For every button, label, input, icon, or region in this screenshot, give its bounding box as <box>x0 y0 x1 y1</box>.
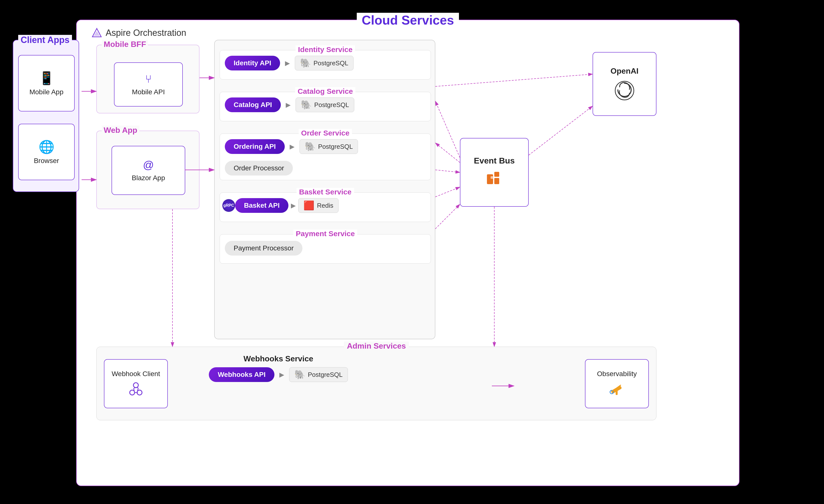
mobile-app-icon: 📱 <box>38 71 55 86</box>
browser-label: Browser <box>34 157 59 165</box>
payment-service-section: Payment Service Payment Processor <box>220 234 431 264</box>
identity-db-badge: 🐘 PostgreSQL <box>295 56 353 71</box>
svg-rect-2 <box>487 174 493 184</box>
catalog-api-pill: Catalog API <box>225 98 281 112</box>
order-service-title: Order Service <box>299 129 352 137</box>
event-bus-label: Event Bus <box>474 156 515 165</box>
catalog-db-badge: 🐘 PostgreSQL <box>296 98 354 112</box>
webhooks-service-box: Webhooks Service Webhooks API ▶ 🐘 Postgr… <box>180 354 377 411</box>
event-bus-icon <box>485 169 504 189</box>
postgres-icon-catalog: 🐘 <box>301 100 312 110</box>
browser-card: 🌐 Browser <box>18 124 75 180</box>
mobile-api-icon: ⑂ <box>145 73 151 85</box>
postgres-icon-order: 🐘 <box>305 141 316 152</box>
mobile-bff-title: Mobile BFF <box>102 40 148 49</box>
browser-icon: 🌐 <box>38 139 55 154</box>
webhooks-service-title: Webhooks Service <box>243 354 313 363</box>
grpc-badge: gRPC <box>222 199 235 212</box>
svg-line-24 <box>435 143 460 162</box>
blazor-app-label: Blazor App <box>132 174 165 182</box>
postgres-icon-webhooks: 🐘 <box>294 369 305 380</box>
observability-icon <box>608 380 625 397</box>
webhooks-arrow-icon: ▶ <box>279 371 284 379</box>
svg-line-26 <box>529 106 593 155</box>
blazor-app-card: @ Blazor App <box>112 146 185 195</box>
cloud-services-title: Cloud Services <box>357 13 459 27</box>
svg-line-21 <box>435 187 460 197</box>
services-group: Identity Service Identity API ▶ 🐘 Postgr… <box>214 40 435 339</box>
svg-point-7 <box>130 390 135 395</box>
svg-rect-5 <box>491 176 494 179</box>
catalog-service-section: Catalog Service Catalog API ▶ 🐘 PostgreS… <box>220 92 431 121</box>
basket-db-badge: 🟥 Redis <box>298 198 338 213</box>
client-apps-box: Client Apps 📱 Mobile App 🌐 Browser <box>13 40 79 192</box>
mobile-bff-box: Mobile BFF ⑂ Mobile API <box>96 45 200 113</box>
payment-service-title: Payment Service <box>293 230 357 238</box>
svg-rect-11 <box>616 390 618 395</box>
mobile-app-card: 📱 Mobile App <box>18 55 75 111</box>
ordering-api-pill: Ordering API <box>225 139 285 154</box>
identity-service-section: Identity Service Identity API ▶ 🐘 Postgr… <box>220 50 431 80</box>
catalog-service-title: Catalog Service <box>295 87 355 96</box>
svg-rect-3 <box>494 172 499 177</box>
svg-line-25 <box>435 74 593 87</box>
web-app-box: Web App @ Blazor App <box>96 131 200 209</box>
identity-api-pill: Identity API <box>225 56 280 71</box>
aspire-text: Aspire Orchestration <box>106 28 186 38</box>
order-processor-pill: Order Processor <box>225 161 293 175</box>
observability-label: Observability <box>597 370 637 378</box>
identity-service-title: Identity Service <box>296 45 355 54</box>
svg-rect-4 <box>494 178 499 184</box>
webhooks-db-badge: 🐘 PostgreSQL <box>289 367 348 382</box>
postgres-icon-identity: 🐘 <box>300 58 311 68</box>
mobile-app-label: Mobile App <box>29 88 64 96</box>
order-service-section: Order Service Ordering API ▶ 🐘 PostgreSQ… <box>220 134 431 180</box>
svg-line-22 <box>435 204 460 229</box>
mobile-api-card: ⑂ Mobile API <box>114 62 183 107</box>
event-bus-box: Event Bus <box>460 138 529 207</box>
admin-services-title: Admin Services <box>344 342 409 351</box>
webhooks-api-pill: Webhooks API <box>209 367 274 382</box>
basket-service-section: Basket Service gRPC Basket API ▶ 🟥 Redis <box>220 193 431 222</box>
openai-label: OpenAI <box>611 67 638 76</box>
observability-box: Observability <box>585 359 649 408</box>
svg-point-9 <box>133 383 138 388</box>
openai-icon <box>613 80 636 102</box>
svg-line-23 <box>435 101 460 158</box>
svg-line-20 <box>435 170 460 172</box>
basket-service-title: Basket Service <box>297 188 354 196</box>
identity-arrow-icon: ▶ <box>285 59 290 67</box>
webhook-client-label: Webhook Client <box>112 370 160 378</box>
admin-services-box: Admin Services Webhook Client Webhooks S… <box>96 347 656 420</box>
payment-processor-pill: Payment Processor <box>225 241 302 256</box>
aspire-label: Aspire Orchestration <box>91 27 186 38</box>
order-arrow-icon: ▶ <box>290 143 295 150</box>
aspire-icon <box>91 27 102 38</box>
order-db-badge: 🐘 PostgreSQL <box>300 139 358 154</box>
blazor-icon: @ <box>143 159 154 171</box>
basket-arrow-icon: ▶ <box>291 202 296 210</box>
catalog-arrow-icon: ▶ <box>286 101 291 109</box>
basket-api-pill: Basket API <box>235 198 288 213</box>
mobile-api-label: Mobile API <box>132 88 165 96</box>
client-apps-title: Client Apps <box>18 35 72 45</box>
cloud-services-box: Cloud Services Aspire Orchestration Clie… <box>76 20 739 486</box>
redis-icon: 🟥 <box>303 200 314 211</box>
openai-box: OpenAI <box>593 52 656 116</box>
web-app-title: Web App <box>102 126 139 135</box>
webhook-client-box: Webhook Client <box>104 359 168 408</box>
webhook-icon <box>127 380 144 397</box>
